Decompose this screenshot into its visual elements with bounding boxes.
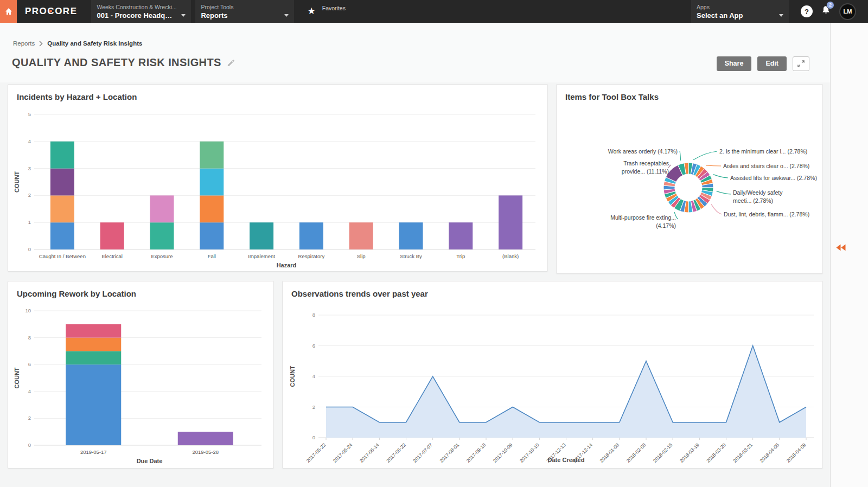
svg-text:2017-09-18: 2017-09-18 bbox=[465, 442, 487, 464]
svg-text:0: 0 bbox=[28, 442, 31, 448]
apps-selector[interactable]: Apps Select an App bbox=[691, 0, 789, 23]
svg-text:2018-01-08: 2018-01-08 bbox=[599, 442, 621, 464]
svg-text:Slip: Slip bbox=[357, 253, 366, 259]
observations-trend-card: Observations trends over past year 02468… bbox=[282, 281, 823, 469]
svg-text:3: 3 bbox=[28, 165, 31, 171]
svg-text:COUNT: COUNT bbox=[289, 366, 296, 387]
svg-text:Due Date: Due Date bbox=[137, 458, 163, 464]
svg-text:2017-06-22: 2017-06-22 bbox=[385, 442, 407, 464]
chevron-down-icon bbox=[284, 14, 289, 17]
breadcrumb-current: Quality and Safety Risk Insights bbox=[47, 40, 142, 47]
chevron-right-icon bbox=[39, 41, 43, 47]
svg-text:4: 4 bbox=[28, 138, 31, 144]
svg-text:8: 8 bbox=[28, 335, 31, 341]
star-icon[interactable]: ★ bbox=[307, 3, 315, 20]
donut-callout-label: Daily/Weekly safety meeti... (2.78%) bbox=[733, 189, 801, 204]
observations_trend-svg: 02468COUNT2017-05-222017-05-242017-06-14… bbox=[288, 302, 818, 465]
svg-text:0: 0 bbox=[312, 434, 315, 440]
donut-callout-label: Trash receptables provide... (11.11%) bbox=[608, 159, 669, 175]
svg-text:2019-05-28: 2019-05-28 bbox=[192, 449, 219, 455]
donut-callout-label: Multi-purpose fire exting... (4.17%) bbox=[608, 214, 676, 229]
page-header: Reports Quality and Safety Risk Insights… bbox=[0, 23, 830, 82]
project-tools-selector[interactable]: Project Tools Reports bbox=[195, 0, 294, 23]
home-button[interactable] bbox=[0, 0, 17, 23]
incidents-bar-chart[interactable]: 012345COUNTCaught In / BetweenElectrical… bbox=[14, 105, 543, 270]
share-button[interactable]: Share bbox=[717, 56, 752, 71]
svg-text:2018-04-05: 2018-04-05 bbox=[759, 442, 781, 464]
toolbox-donut-chart[interactable]: Work areas orderly (4.17%)Trash receptab… bbox=[557, 85, 824, 274]
project-name: 001 - Procore Headquart... bbox=[97, 11, 176, 20]
donut-callout-label: Assisted lifts for awkwar... (2.78%) bbox=[730, 174, 817, 182]
breadcrumb-reports-link[interactable]: Reports bbox=[13, 40, 35, 47]
breadcrumb: Reports Quality and Safety Risk Insights bbox=[13, 40, 142, 47]
chart-title: Observations trends over past year bbox=[283, 281, 822, 299]
collapse-panel-icon[interactable] bbox=[836, 244, 846, 251]
expand-icon bbox=[797, 60, 805, 68]
rework-bar-chart[interactable]: 0246810COUNT2019-05-172019-05-28Due Date bbox=[14, 302, 269, 467]
svg-text:0: 0 bbox=[28, 246, 31, 252]
chart-title: Incidents by Hazard + Location bbox=[8, 85, 547, 102]
svg-text:2018-03-19: 2018-03-19 bbox=[679, 442, 700, 464]
svg-text:1: 1 bbox=[28, 219, 31, 225]
svg-text:Caught In / Between: Caught In / Between bbox=[39, 253, 86, 259]
svg-text:2: 2 bbox=[312, 404, 315, 410]
notifications-button[interactable]: 2 bbox=[821, 5, 831, 18]
svg-text:2017-08-01: 2017-08-01 bbox=[439, 442, 461, 464]
help-icon[interactable]: ? bbox=[801, 5, 813, 17]
svg-text:2017-07-07: 2017-07-07 bbox=[412, 442, 433, 464]
donut-callout-label: Dust, lint, debris, flamm... (2.78%) bbox=[724, 210, 809, 219]
svg-text:2017-10-10: 2017-10-10 bbox=[519, 442, 540, 464]
procore-logo: PROCORE bbox=[25, 6, 77, 17]
company-project-selector[interactable]: Weeks Construction & Wrecki... 001 - Pro… bbox=[91, 0, 191, 23]
svg-text:2017-06-14: 2017-06-14 bbox=[359, 442, 380, 464]
svg-text:6: 6 bbox=[28, 361, 31, 367]
svg-text:Impalement: Impalement bbox=[248, 253, 275, 259]
svg-text:2018-02-15: 2018-02-15 bbox=[652, 442, 674, 464]
svg-text:Fall: Fall bbox=[208, 253, 216, 259]
upcoming-rework-card: Upcoming Rework by Location 0246810COUNT… bbox=[8, 281, 274, 469]
favorites-label: Favorites bbox=[322, 3, 346, 11]
svg-text:8: 8 bbox=[312, 312, 315, 318]
top-nav: PROCORE Weeks Construction & Wrecki... 0… bbox=[0, 0, 868, 23]
donut-callout-label: Work areas orderly (4.17%) bbox=[608, 148, 678, 156]
svg-text:5: 5 bbox=[28, 111, 31, 117]
svg-text:2: 2 bbox=[28, 415, 31, 421]
tools-label: Project Tools bbox=[201, 3, 289, 11]
notification-count-badge: 2 bbox=[826, 1, 834, 9]
svg-text:Electrical: Electrical bbox=[101, 253, 123, 259]
apps-label: Apps bbox=[697, 3, 783, 11]
svg-text:Exposure: Exposure bbox=[151, 253, 173, 259]
chevron-down-icon bbox=[779, 14, 783, 17]
svg-text:Struck By: Struck By bbox=[400, 253, 422, 259]
svg-text:(Blank): (Blank) bbox=[502, 253, 519, 259]
fullscreen-button[interactable] bbox=[793, 56, 809, 71]
company-name: Weeks Construction & Wrecki... bbox=[97, 3, 186, 11]
user-avatar[interactable]: LM bbox=[839, 3, 856, 20]
svg-text:COUNT: COUNT bbox=[14, 171, 20, 193]
edit-title-pencil-icon[interactable] bbox=[227, 59, 235, 67]
observations-area-chart[interactable]: 02468COUNT2017-05-222017-05-242017-06-14… bbox=[288, 302, 818, 467]
tools-value: Reports bbox=[201, 11, 227, 20]
svg-text:2018-04-09: 2018-04-09 bbox=[786, 442, 807, 464]
svg-text:4: 4 bbox=[312, 373, 315, 379]
donut-callout-label: 2. Is the minimum clear l... (2.78%) bbox=[719, 148, 807, 156]
svg-text:2017-05-22: 2017-05-22 bbox=[305, 442, 327, 464]
apps-value: Select an App bbox=[697, 11, 743, 20]
svg-text:6: 6 bbox=[312, 343, 315, 349]
svg-text:COUNT: COUNT bbox=[14, 367, 20, 388]
donut-callout-label: Aisles and stairs clear o... (2.78%) bbox=[723, 162, 809, 170]
upcoming_rework-svg: 0246810COUNT2019-05-172019-05-28Due Date bbox=[14, 302, 269, 465]
right-rail bbox=[830, 23, 868, 487]
svg-text:Hazard: Hazard bbox=[277, 262, 297, 268]
incidents-by-hazard-card: Incidents by Hazard + Location 012345COU… bbox=[8, 84, 548, 272]
svg-text:Date Created: Date Created bbox=[548, 457, 585, 463]
svg-text:2019-05-17: 2019-05-17 bbox=[80, 449, 107, 455]
favorites-menu[interactable]: ★ Favorites bbox=[307, 0, 345, 23]
svg-text:2018-03-20: 2018-03-20 bbox=[705, 442, 727, 464]
edit-button[interactable]: Edit bbox=[757, 56, 787, 71]
svg-text:10: 10 bbox=[25, 307, 31, 313]
svg-text:2018-02-08: 2018-02-08 bbox=[626, 442, 647, 464]
home-icon bbox=[4, 7, 13, 16]
chevron-down-icon bbox=[181, 14, 186, 17]
svg-text:Respiratory: Respiratory bbox=[298, 253, 325, 259]
